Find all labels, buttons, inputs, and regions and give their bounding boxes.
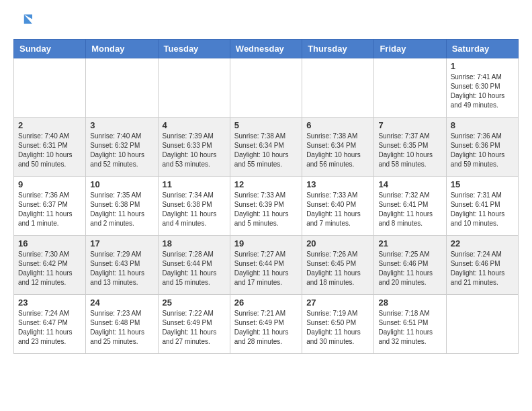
weekday-header: Wednesday xyxy=(230,40,302,58)
day-number: 2 xyxy=(18,120,81,130)
day-info: Sunrise: 7:33 AM Sunset: 6:40 PM Dayligh… xyxy=(306,191,369,228)
day-number: 3 xyxy=(90,120,153,130)
calendar-week-row: 2Sunrise: 7:40 AM Sunset: 6:31 PM Daylig… xyxy=(14,118,519,177)
day-number: 12 xyxy=(234,179,298,189)
day-number: 18 xyxy=(163,238,226,248)
calendar-cell: 22Sunrise: 7:24 AM Sunset: 6:46 PM Dayli… xyxy=(446,236,518,295)
calendar-cell: 17Sunrise: 7:29 AM Sunset: 6:43 PM Dayli… xyxy=(86,236,158,295)
calendar-table: SundayMondayTuesdayWednesdayThursdayFrid… xyxy=(13,39,519,354)
calendar-cell: 11Sunrise: 7:34 AM Sunset: 6:38 PM Dayli… xyxy=(158,177,230,236)
calendar-cell: 25Sunrise: 7:22 AM Sunset: 6:49 PM Dayli… xyxy=(158,295,230,354)
day-info: Sunrise: 7:21 AM Sunset: 6:49 PM Dayligh… xyxy=(234,309,298,347)
day-info: Sunrise: 7:32 AM Sunset: 6:41 PM Dayligh… xyxy=(378,191,441,228)
calendar-cell: 12Sunrise: 7:33 AM Sunset: 6:39 PM Dayli… xyxy=(230,177,302,236)
day-info: Sunrise: 7:27 AM Sunset: 6:44 PM Dayligh… xyxy=(234,250,298,287)
calendar-cell xyxy=(302,58,374,118)
day-number: 17 xyxy=(90,238,153,248)
weekday-header: Thursday xyxy=(302,40,374,58)
day-number: 26 xyxy=(234,298,298,308)
day-number: 16 xyxy=(18,238,81,248)
day-number: 20 xyxy=(306,238,369,248)
calendar-cell: 8Sunrise: 7:36 AM Sunset: 6:36 PM Daylig… xyxy=(446,118,518,177)
calendar-cell xyxy=(446,295,518,354)
calendar-cell: 4Sunrise: 7:39 AM Sunset: 6:33 PM Daylig… xyxy=(158,118,230,177)
logo xyxy=(13,13,34,32)
day-info: Sunrise: 7:19 AM Sunset: 6:50 PM Dayligh… xyxy=(306,309,369,347)
day-number: 8 xyxy=(451,120,514,130)
weekday-header: Friday xyxy=(374,40,446,58)
calendar-cell xyxy=(86,58,158,118)
day-info: Sunrise: 7:24 AM Sunset: 6:46 PM Dayligh… xyxy=(451,250,514,287)
day-number: 27 xyxy=(306,298,369,308)
day-info: Sunrise: 7:40 AM Sunset: 6:31 PM Dayligh… xyxy=(18,132,81,169)
day-number: 15 xyxy=(451,179,514,189)
calendar-cell: 6Sunrise: 7:38 AM Sunset: 6:34 PM Daylig… xyxy=(302,118,374,177)
day-info: Sunrise: 7:26 AM Sunset: 6:45 PM Dayligh… xyxy=(306,250,369,287)
weekday-header: Monday xyxy=(86,40,158,58)
calendar-cell: 7Sunrise: 7:37 AM Sunset: 6:35 PM Daylig… xyxy=(374,118,446,177)
calendar-cell xyxy=(14,58,86,118)
day-info: Sunrise: 7:33 AM Sunset: 6:39 PM Dayligh… xyxy=(234,191,298,228)
day-number: 22 xyxy=(451,238,514,248)
calendar-cell xyxy=(230,58,302,118)
day-info: Sunrise: 7:18 AM Sunset: 6:51 PM Dayligh… xyxy=(378,309,441,347)
logo-icon xyxy=(13,12,32,31)
day-info: Sunrise: 7:30 AM Sunset: 6:42 PM Dayligh… xyxy=(18,250,81,287)
calendar-week-row: 16Sunrise: 7:30 AM Sunset: 6:42 PM Dayli… xyxy=(14,236,519,295)
day-number: 1 xyxy=(451,61,514,71)
calendar-cell: 23Sunrise: 7:24 AM Sunset: 6:47 PM Dayli… xyxy=(14,295,86,354)
calendar-cell: 28Sunrise: 7:18 AM Sunset: 6:51 PM Dayli… xyxy=(374,295,446,354)
calendar-cell: 10Sunrise: 7:35 AM Sunset: 6:38 PM Dayli… xyxy=(86,177,158,236)
calendar-cell: 18Sunrise: 7:28 AM Sunset: 6:44 PM Dayli… xyxy=(158,236,230,295)
day-number: 24 xyxy=(90,298,153,308)
day-number: 28 xyxy=(378,298,441,308)
calendar-week-row: 1Sunrise: 7:41 AM Sunset: 6:30 PM Daylig… xyxy=(14,58,519,118)
calendar-cell: 20Sunrise: 7:26 AM Sunset: 6:45 PM Dayli… xyxy=(302,236,374,295)
day-info: Sunrise: 7:37 AM Sunset: 6:35 PM Dayligh… xyxy=(378,132,441,169)
day-number: 19 xyxy=(234,238,298,248)
day-info: Sunrise: 7:28 AM Sunset: 6:44 PM Dayligh… xyxy=(163,250,226,287)
day-info: Sunrise: 7:29 AM Sunset: 6:43 PM Dayligh… xyxy=(90,250,153,287)
day-number: 21 xyxy=(378,238,441,248)
calendar-cell: 24Sunrise: 7:23 AM Sunset: 6:48 PM Dayli… xyxy=(86,295,158,354)
day-number: 5 xyxy=(234,120,298,130)
day-info: Sunrise: 7:36 AM Sunset: 6:37 PM Dayligh… xyxy=(18,191,81,228)
calendar-cell: 3Sunrise: 7:40 AM Sunset: 6:32 PM Daylig… xyxy=(86,118,158,177)
calendar-week-row: 23Sunrise: 7:24 AM Sunset: 6:47 PM Dayli… xyxy=(14,295,519,354)
day-info: Sunrise: 7:36 AM Sunset: 6:36 PM Dayligh… xyxy=(451,132,514,169)
calendar-cell: 16Sunrise: 7:30 AM Sunset: 6:42 PM Dayli… xyxy=(14,236,86,295)
calendar-cell: 21Sunrise: 7:25 AM Sunset: 6:46 PM Dayli… xyxy=(374,236,446,295)
day-info: Sunrise: 7:35 AM Sunset: 6:38 PM Dayligh… xyxy=(90,191,153,228)
calendar-cell: 13Sunrise: 7:33 AM Sunset: 6:40 PM Dayli… xyxy=(302,177,374,236)
day-number: 13 xyxy=(306,179,369,189)
calendar-cell: 19Sunrise: 7:27 AM Sunset: 6:44 PM Dayli… xyxy=(230,236,302,295)
weekday-header: Saturday xyxy=(446,40,518,58)
calendar-cell: 2Sunrise: 7:40 AM Sunset: 6:31 PM Daylig… xyxy=(14,118,86,177)
calendar-cell: 9Sunrise: 7:36 AM Sunset: 6:37 PM Daylig… xyxy=(14,177,86,236)
calendar-cell xyxy=(158,58,230,118)
day-info: Sunrise: 7:23 AM Sunset: 6:48 PM Dayligh… xyxy=(90,309,153,347)
calendar-cell: 14Sunrise: 7:32 AM Sunset: 6:41 PM Dayli… xyxy=(374,177,446,236)
day-number: 25 xyxy=(163,298,226,308)
day-info: Sunrise: 7:25 AM Sunset: 6:46 PM Dayligh… xyxy=(378,250,441,287)
weekday-header: Sunday xyxy=(14,40,86,58)
day-info: Sunrise: 7:38 AM Sunset: 6:34 PM Dayligh… xyxy=(306,132,369,169)
day-info: Sunrise: 7:38 AM Sunset: 6:34 PM Dayligh… xyxy=(234,132,298,169)
day-info: Sunrise: 7:39 AM Sunset: 6:33 PM Dayligh… xyxy=(163,132,226,169)
day-number: 9 xyxy=(18,179,81,189)
day-number: 11 xyxy=(163,179,226,189)
day-number: 10 xyxy=(90,179,153,189)
day-number: 23 xyxy=(18,298,81,308)
weekday-header-row: SundayMondayTuesdayWednesdayThursdayFrid… xyxy=(14,40,519,58)
day-number: 6 xyxy=(306,120,369,130)
calendar-cell: 27Sunrise: 7:19 AM Sunset: 6:50 PM Dayli… xyxy=(302,295,374,354)
day-info: Sunrise: 7:22 AM Sunset: 6:49 PM Dayligh… xyxy=(163,309,226,347)
calendar-cell xyxy=(374,58,446,118)
day-info: Sunrise: 7:31 AM Sunset: 6:41 PM Dayligh… xyxy=(451,191,514,228)
weekday-header: Tuesday xyxy=(158,40,230,58)
page-header xyxy=(13,13,519,32)
calendar-cell: 5Sunrise: 7:38 AM Sunset: 6:34 PM Daylig… xyxy=(230,118,302,177)
day-number: 4 xyxy=(163,120,226,130)
day-number: 7 xyxy=(378,120,441,130)
calendar-cell: 1Sunrise: 7:41 AM Sunset: 6:30 PM Daylig… xyxy=(446,58,518,118)
